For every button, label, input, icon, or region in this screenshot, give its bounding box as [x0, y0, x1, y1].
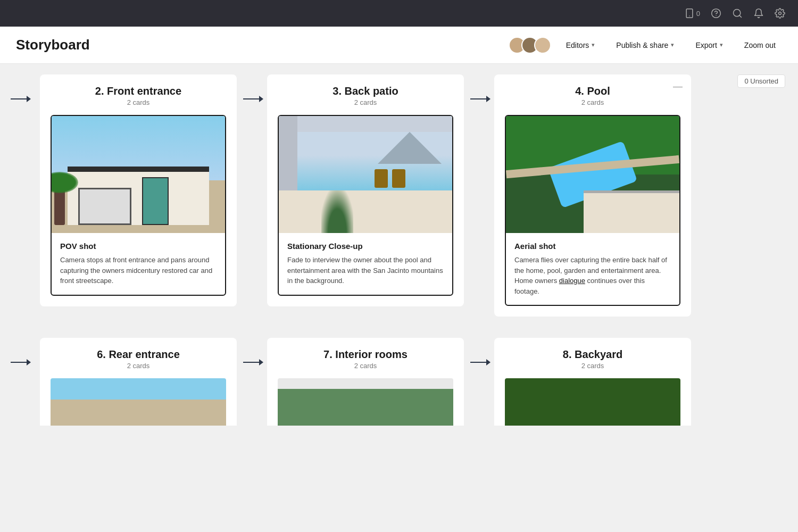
publish-share-button[interactable]: Publish & share ▾ [610, 38, 680, 53]
publish-chevron: ▾ [671, 41, 674, 48]
editors-button[interactable]: Editors ▾ [560, 38, 602, 53]
arrow-shape-3 [470, 96, 491, 102]
door-shape [142, 177, 169, 225]
arrow-line [11, 98, 27, 99]
card-pool-shot-type: Aerial shot [514, 242, 671, 251]
editors-avatars [509, 37, 551, 54]
arrow-line-6 [470, 362, 486, 363]
arrow-6 [470, 338, 494, 365]
dialogue-link[interactable]: dialogue [559, 277, 585, 285]
column-backyard-title: 8. Backyard [505, 348, 680, 361]
canvas-area: 0 Unsorted 2. Front entrance 2 cards [0, 64, 798, 532]
card-back-patio-image [279, 116, 452, 233]
card-back-patio-body: Stationary Close-up Fade to interview th… [279, 233, 452, 295]
column-interior-rooms-header: 7. Interior rooms 2 cards [278, 348, 453, 370]
export-chevron: ▾ [720, 41, 723, 48]
column-back-patio-count: 2 cards [278, 98, 453, 106]
export-button[interactable]: Export ▾ [689, 38, 729, 53]
card-front-entrance: POV shot Camera stops at front entrance … [51, 115, 226, 296]
search-icon[interactable] [732, 8, 743, 19]
card-back-patio-shot-type: Stationary Close-up [287, 242, 444, 251]
notification-count: 0 [696, 10, 700, 18]
chair-2 [392, 169, 405, 188]
arrow-line-2 [243, 98, 259, 99]
column-back-patio-header: 3. Back patio 2 cards [278, 85, 453, 106]
column-pool-title: 4. Pool [505, 85, 680, 97]
storyboard-container: 2. Front entrance 2 cards POV sh [11, 74, 798, 426]
rear-entrance-image [51, 378, 226, 426]
column-front-entrance-count: 2 cards [51, 98, 226, 106]
zoom-out-button[interactable]: Zoom out [738, 38, 782, 53]
svg-point-6 [779, 12, 782, 15]
card-front-entrance-image [52, 116, 225, 233]
card-front-entrance-body: POV shot Camera stops at front entrance … [52, 233, 225, 295]
garage-shape [78, 188, 131, 225]
column-backyard-count: 2 cards [505, 362, 680, 370]
arrow-head-3 [486, 96, 491, 102]
card-back-patio-description: Fade to interview the owner about the po… [287, 255, 444, 286]
arrow-4 [11, 338, 40, 365]
column-interior-rooms: 7. Interior rooms 2 cards [267, 338, 464, 426]
arrow-line-3 [470, 98, 486, 99]
column-pool: — 4. Pool 2 cards Aerial shot [494, 74, 691, 317]
arrow-shape-4 [11, 359, 31, 365]
card-pool-image [506, 116, 679, 233]
top-bar: 0 [0, 0, 798, 27]
phone-notification-icon[interactable]: 0 [684, 8, 700, 19]
arrow-shape [11, 96, 31, 102]
card-front-entrance-description: Camera stops at front entrance and pans … [60, 255, 217, 286]
interior-rooms-image [278, 378, 453, 426]
column-back-patio: 3. Back patio 2 cards [267, 74, 464, 306]
arrow-line-4 [11, 362, 27, 363]
minimize-pool-button[interactable]: — [673, 81, 683, 92]
unsorted-badge[interactable]: 0 Unsorted [737, 74, 785, 88]
editors-chevron: ▾ [592, 41, 595, 48]
column-rear-entrance-title: 6. Rear entrance [51, 348, 226, 361]
svg-point-2 [712, 9, 721, 18]
house-shape [68, 167, 209, 225]
arrow-3 [470, 74, 494, 102]
header-actions: Editors ▾ Publish & share ▾ Export ▾ Zoo… [509, 37, 782, 54]
arrow-2 [243, 74, 267, 102]
card-back-patio: Stationary Close-up Fade to interview th… [278, 115, 453, 296]
arrow-shape-2 [243, 96, 263, 102]
card-front-entrance-shot-type: POV shot [60, 242, 217, 251]
arrow-shape-5 [243, 359, 263, 365]
rear-scene [51, 378, 226, 426]
backyard-image [505, 378, 680, 426]
storyboard-row-2: 6. Rear entrance 2 cards 7. Interior roo… [11, 338, 798, 426]
svg-line-5 [739, 15, 742, 18]
chair-1 [375, 169, 388, 188]
arrow-1 [11, 74, 40, 102]
interior-scene [278, 378, 453, 426]
page-title: Storyboard [16, 37, 509, 53]
column-pool-header: 4. Pool 2 cards [505, 85, 680, 106]
arrow-head-4 [27, 359, 31, 365]
column-front-entrance-header: 2. Front entrance 2 cards [51, 85, 226, 106]
backyard-scene [505, 378, 680, 426]
ceiling-shape [279, 116, 452, 132]
arrow-head-2 [259, 96, 263, 102]
arrow-head-6 [486, 359, 491, 365]
chairs-shape [375, 169, 405, 188]
settings-icon[interactable] [775, 8, 785, 19]
column-front-entrance-title: 2. Front entrance [51, 85, 226, 97]
floor-shape [279, 190, 452, 233]
card-pool-description: Camera flies over capturing the entire b… [514, 255, 671, 296]
column-rear-entrance-count: 2 cards [51, 362, 226, 370]
arrow-shape-6 [470, 359, 491, 365]
palm-shape [54, 182, 65, 225]
header: Storyboard Editors ▾ Publish & share ▾ E… [0, 27, 798, 64]
svg-rect-0 [686, 9, 693, 18]
arrow-head [27, 96, 31, 102]
storyboard-row-1: 2. Front entrance 2 cards POV sh [11, 74, 798, 317]
column-back-patio-title: 3. Back patio [278, 85, 453, 97]
column-front-entrance: 2. Front entrance 2 cards POV sh [40, 74, 237, 306]
building-roof-shape [584, 190, 679, 233]
help-icon[interactable] [711, 8, 721, 19]
column-rear-entrance: 6. Rear entrance 2 cards [40, 338, 237, 426]
bell-icon[interactable] [753, 8, 764, 19]
card-pool-body: Aerial shot Camera flies over capturing … [506, 233, 679, 305]
agave-shape [321, 190, 353, 233]
column-backyard-header: 8. Backyard 2 cards [505, 348, 680, 370]
